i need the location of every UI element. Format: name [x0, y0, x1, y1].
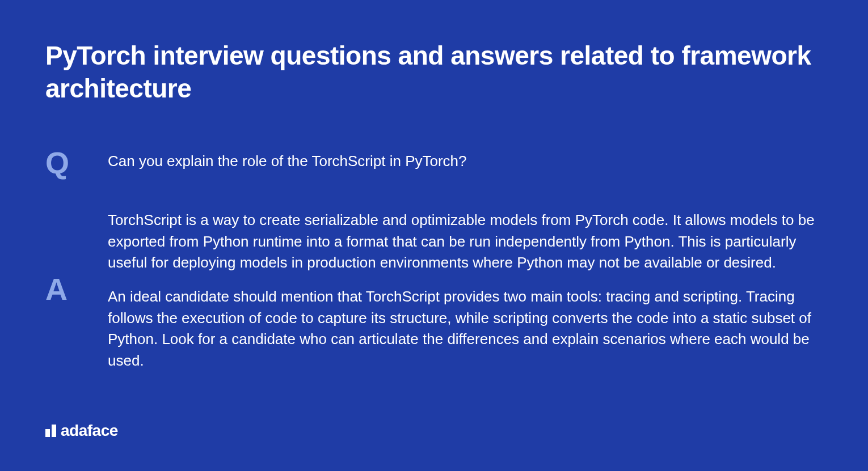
brand-logo: adaface [45, 422, 118, 440]
question-letter: Q [45, 147, 108, 178]
question-text: Can you explain the role of the TorchScr… [108, 147, 823, 172]
page-title: PyTorch interview questions and answers … [45, 40, 823, 105]
answer-section: A TorchScript is a way to create seriali… [45, 206, 823, 372]
answer-content: TorchScript is a way to create serializa… [108, 206, 823, 372]
brand-name: adaface [61, 422, 118, 440]
question-section: Q Can you explain the role of the TorchS… [45, 147, 823, 178]
answer-paragraph-2: An ideal candidate should mention that T… [108, 286, 823, 372]
answer-letter: A [45, 274, 108, 304]
answer-paragraph-1: TorchScript is a way to create serializa… [108, 210, 823, 274]
chart-bars-icon [45, 425, 56, 437]
